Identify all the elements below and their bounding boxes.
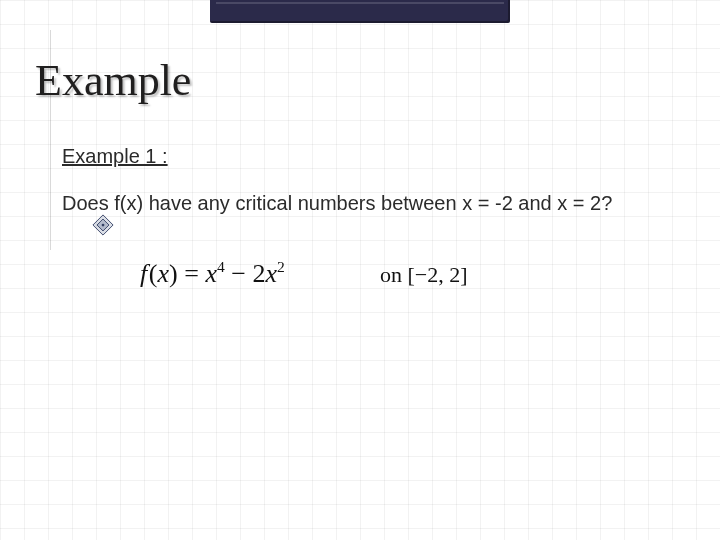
interval: [−2, 2] (408, 262, 468, 287)
example-heading: Example 1 : (62, 145, 168, 168)
question-block: Does f(x) have any critical numbers betw… (62, 190, 680, 217)
question-text: Does f(x) have any critical numbers betw… (62, 190, 680, 217)
slide-title: Example (35, 55, 191, 106)
formula: f (x) = x4 − 2x2 (140, 258, 285, 289)
formula-domain: on [−2, 2] (380, 262, 468, 288)
svg-marker-1 (97, 219, 109, 231)
compass-bullet-icon (92, 214, 114, 236)
svg-point-2 (102, 224, 105, 227)
title-bar-decor (210, 0, 510, 23)
svg-marker-0 (93, 215, 113, 235)
domain-prefix: on (380, 262, 402, 287)
